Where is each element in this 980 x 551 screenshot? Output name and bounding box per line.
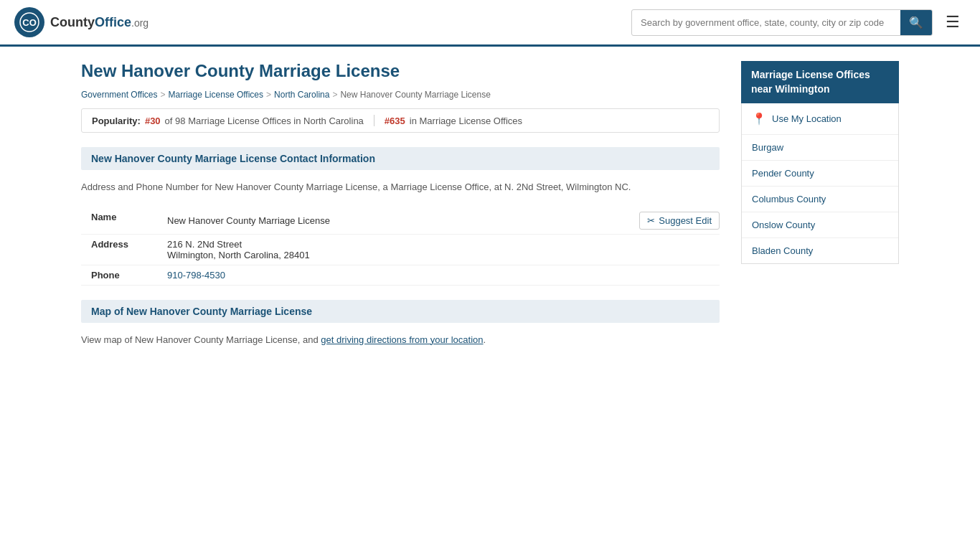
sidebar: Marriage License Offices near Wilmington… (741, 61, 899, 347)
info-table: Name New Hanover County Marriage License… (81, 207, 720, 286)
name-value: New Hanover County Marriage License (167, 215, 330, 226)
logo-area: CO CountyOffice.org (14, 7, 149, 37)
location-pin-icon: 📍 (752, 112, 766, 126)
phone-row: Phone 910-798-4530 (81, 265, 720, 286)
sidebar-link-pender-county[interactable]: Pender County (742, 161, 898, 187)
map-description-end: . (484, 334, 486, 345)
address-line2: Wilmington, North Carolina, 28401 (167, 250, 720, 260)
breadcrumb-sep-3: > (332, 90, 337, 100)
sidebar-title: Marriage License Offices near Wilmington (741, 61, 899, 103)
sidebar-link-columbus-county[interactable]: Columbus County (742, 187, 898, 212)
search-icon: 🔍 (909, 17, 923, 29)
sidebar-link-burgaw[interactable]: Burgaw (742, 135, 898, 161)
address-label: Address (81, 239, 167, 250)
menu-button[interactable]: ☰ (940, 10, 966, 34)
phone-value: 910-798-4530 (167, 270, 720, 281)
popularity-rank2-text: in Marriage License Offices (410, 116, 522, 126)
suggest-edit-button[interactable]: ✂ Suggest Edit (639, 212, 720, 230)
sidebar-link-onslow-county[interactable]: Onslow County (742, 212, 898, 238)
sidebar-link-bladen-county[interactable]: Bladen County (742, 238, 898, 263)
breadcrumb-north-carolina[interactable]: North Carolina (274, 90, 329, 100)
breadcrumb-sep-1: > (161, 90, 166, 100)
sidebar-content: 📍 Use My Location Burgaw Pender County C… (741, 103, 899, 264)
map-description-text: View map of New Hanover County Marriage … (81, 334, 319, 345)
logo-icon: CO (14, 7, 44, 37)
address-row: Address 216 N. 2Nd Street Wilmington, No… (81, 235, 720, 265)
svg-text:CO: CO (22, 17, 37, 28)
content-area: New Hanover County Marriage License Gove… (81, 61, 720, 347)
logo-text: CountyOffice.org (50, 15, 149, 30)
name-value-container: New Hanover County Marriage License ✂ Su… (167, 212, 720, 230)
phone-link[interactable]: 910-798-4530 (167, 270, 225, 281)
use-location-label: Use My Location (772, 113, 842, 124)
map-section-header: Map of New Hanover County Marriage Licen… (81, 300, 720, 323)
page-title: New Hanover County Marriage License (81, 61, 720, 81)
edit-icon: ✂ (647, 215, 655, 226)
breadcrumb-marriage-license-offices[interactable]: Marriage License Offices (169, 90, 264, 100)
popularity-rank1-text: of 98 Marriage License Offices in North … (165, 116, 364, 126)
name-label: Name (81, 212, 167, 222)
breadcrumb-current: New Hanover County Marriage License (340, 90, 490, 100)
driving-directions-link[interactable]: get driving directions from your locatio… (321, 334, 483, 345)
main-container: New Hanover County Marriage License Gove… (60, 47, 920, 361)
address-line1: 216 N. 2Nd Street (167, 239, 720, 250)
phone-label: Phone (81, 270, 167, 281)
map-section: Map of New Hanover County Marriage Licen… (81, 300, 720, 347)
search-button[interactable]: 🔍 (900, 10, 932, 35)
header-right: 🔍 ☰ (631, 9, 966, 36)
name-row: Name New Hanover County Marriage License… (81, 207, 720, 235)
popularity-rank1-num: #30 (145, 116, 161, 126)
contact-description: Address and Phone Number for New Hanover… (81, 180, 720, 194)
map-description: View map of New Hanover County Marriage … (81, 333, 720, 347)
breadcrumb-sep-2: > (266, 90, 271, 100)
popularity-bar: Popularity: #30 of 98 Marriage License O… (81, 108, 720, 133)
contact-section-header: New Hanover County Marriage License Cont… (81, 147, 720, 170)
breadcrumb-gov-offices[interactable]: Government Offices (81, 90, 158, 100)
suggest-edit-label: Suggest Edit (659, 215, 712, 226)
search-bar: 🔍 (631, 9, 933, 36)
popularity-rank2-num: #635 (385, 116, 405, 126)
popularity-divider (374, 115, 374, 126)
breadcrumb: Government Offices > Marriage License Of… (81, 90, 720, 100)
search-input[interactable] (632, 11, 900, 34)
site-header: CO CountyOffice.org 🔍 ☰ (0, 0, 980, 47)
popularity-label: Popularity: (92, 116, 141, 126)
hamburger-icon: ☰ (946, 13, 960, 31)
address-value: 216 N. 2Nd Street Wilmington, North Caro… (167, 239, 720, 260)
use-my-location-link[interactable]: 📍 Use My Location (742, 103, 898, 135)
